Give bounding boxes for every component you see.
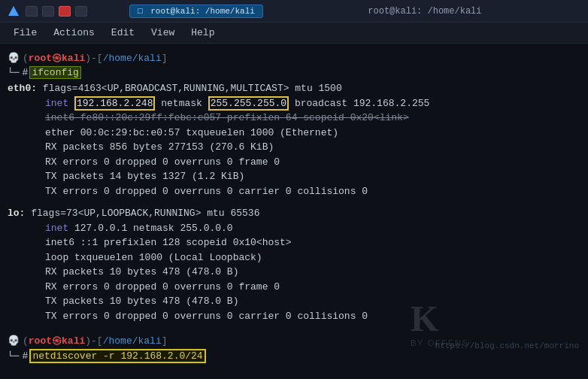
command-2-line: └─ # netdiscover -r 192.168.2.0/24 — [8, 349, 580, 363]
command-1-line: └─ # ifconfig — [8, 66, 580, 79]
svg-text:K: K — [411, 299, 438, 338]
menu-actions[interactable]: Actions — [46, 25, 102, 41]
eth0-rx-packets: RX packets 856 bytes 277153 (270.6 KiB) — [8, 140, 580, 155]
ifconfig-command: ifconfig — [29, 66, 80, 79]
eth0-flags-line: eth0: flags=4163<UP,BROADCAST,RUNNING,MU… — [8, 81, 580, 96]
tray-btn-3[interactable] — [59, 6, 71, 17]
netdiscover-command: netdiscover -r 192.168.2.0/24 — [29, 349, 205, 363]
menu-view[interactable]: View — [144, 25, 182, 41]
window-title: root@kali: /home/kali — [268, 6, 582, 17]
terminal-tab[interactable]: □ root@kali: /home/kali — [129, 5, 263, 18]
svg-marker-0 — [8, 6, 19, 16]
eth0-ip: 192.168.2.248 — [74, 96, 155, 111]
lo-inet-line: inet 127.0.0.1 netmask 255.0.0.0 — [8, 221, 580, 236]
lo-flags-line: lo: flags=73<UP,LOOPBACK,RUNNING> mtu 65… — [8, 206, 580, 221]
lo-tx-packets: TX packets 10 bytes 478 (478.0 B) — [8, 294, 580, 309]
tray-icon-1[interactable] — [6, 5, 21, 18]
tray-btn-4[interactable] — [75, 6, 87, 17]
menu-edit[interactable]: Edit — [104, 25, 142, 41]
terminal-tab-icon: □ — [138, 7, 143, 16]
titlebar: □ root@kali: /home/kali root@kali: /home… — [0, 0, 588, 23]
menu-file[interactable]: File — [6, 25, 44, 41]
lo-rx-packets: RX packets 10 bytes 478 (478.0 B) — [8, 265, 580, 280]
terminal-area: 💀 ( root ㉿ kali ) -[ /home/kali ] └─ # i… — [0, 44, 588, 379]
eth0-tx-packets: TX packets 14 bytes 1327 (1.2 KiB) — [8, 169, 580, 184]
eth0-inet-line: inet 192.168.2.248 netmask 255.255.255.0… — [8, 96, 580, 111]
svg-text:BY OFFENS: BY OFFENS — [411, 338, 468, 347]
prompt-skull: 💀 — [8, 52, 20, 64]
prompt2-skull: 💀 — [8, 335, 20, 347]
eth0-ether-line: ether 00:0c:29:bc:e0:57 txqueuelen 1000 … — [8, 126, 580, 141]
lo-loop-line: loop txqueuelen 1000 (Local Loopback) — [8, 250, 580, 265]
eth0-netmask: 255.255.255.0 — [208, 96, 289, 111]
menubar: File Actions Edit View Help — [0, 23, 588, 44]
tray-btn-2[interactable] — [42, 6, 54, 17]
lo-inet6-line: inet6 ::1 prefixlen 128 scopeid 0x10<hos… — [8, 235, 580, 250]
lo-tx-errors: TX errors 0 dropped 0 overruns 0 carrier… — [8, 309, 580, 324]
lo-rx-errors: RX errors 0 dropped 0 overruns 0 frame 0 — [8, 280, 580, 295]
eth0-inet6-line: inet6 fe80::20c:29ff:febc:e057 prefixlen… — [8, 111, 580, 126]
kali-logo: K BY OFFENS — [408, 289, 468, 349]
prompt-1: 💀 ( root ㉿ kali ) -[ /home/kali ] — [8, 51, 580, 65]
terminal-tab-label: root@kali: /home/kali — [150, 7, 255, 16]
eth0-rx-errors: RX errors 0 dropped 0 overruns 0 frame 0 — [8, 155, 580, 170]
menu-help[interactable]: Help — [183, 25, 222, 41]
tray-btn-1[interactable] — [26, 6, 38, 17]
eth0-tx-errors: TX errors 0 dropped 0 overruns 0 carrier… — [8, 184, 580, 199]
